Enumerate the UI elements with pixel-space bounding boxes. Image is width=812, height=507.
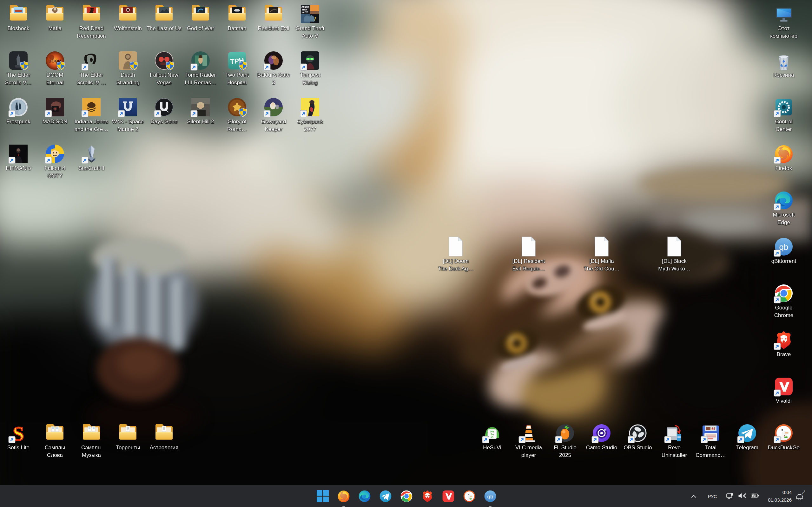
svg-text:0:04: 0:04 (782, 490, 792, 495)
svg-text:z: z (804, 490, 805, 493)
svg-text:GRAND: GRAND (301, 6, 309, 8)
svg-text:Vi: Vi (491, 436, 494, 439)
svg-text:AUTO: AUTO (302, 11, 308, 13)
svg-text:64: 64 (711, 427, 715, 431)
svg-text:qb: qb (488, 494, 494, 500)
svg-text:РУС: РУС (708, 494, 717, 499)
svg-text:THEFT: THEFT (302, 9, 309, 11)
svg-text:01.03.2026: 01.03.2026 (768, 497, 792, 503)
